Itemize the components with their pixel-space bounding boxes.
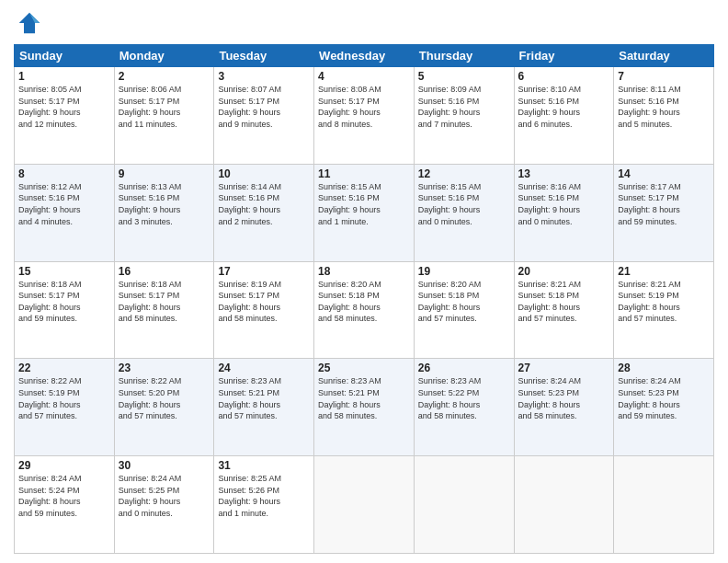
calendar-cell: 12Sunrise: 8:15 AM Sunset: 5:16 PM Dayli… — [414, 164, 514, 261]
day-info: Sunrise: 8:23 AM Sunset: 5:21 PM Dayligh… — [218, 375, 310, 421]
day-number: 11 — [318, 167, 410, 180]
day-number: 22 — [18, 362, 110, 374]
calendar-cell: 19Sunrise: 8:20 AM Sunset: 5:18 PM Dayli… — [414, 261, 514, 359]
day-number: 10 — [218, 167, 310, 180]
calendar-cell — [614, 456, 714, 554]
calendar-cell: 20Sunrise: 8:21 AM Sunset: 5:18 PM Dayli… — [514, 261, 614, 359]
day-number: 27 — [518, 362, 610, 374]
day-number: 19 — [418, 265, 510, 278]
day-number: 3 — [218, 70, 310, 83]
calendar-cell: 17Sunrise: 8:19 AM Sunset: 5:17 PM Dayli… — [214, 261, 314, 359]
calendar-cell: 16Sunrise: 8:18 AM Sunset: 5:17 PM Dayli… — [114, 261, 214, 359]
day-number: 29 — [18, 459, 110, 472]
day-number: 14 — [618, 167, 710, 180]
calendar-header-wednesday: Wednesday — [314, 45, 415, 67]
day-number: 18 — [318, 265, 410, 278]
calendar-header-monday: Monday — [114, 45, 214, 67]
calendar-header-row: SundayMondayTuesdayWednesdayThursdayFrid… — [15, 45, 714, 67]
calendar-cell: 15Sunrise: 8:18 AM Sunset: 5:17 PM Dayli… — [15, 261, 115, 359]
day-number: 16 — [119, 265, 210, 278]
day-number: 21 — [618, 265, 710, 278]
calendar-week-row: 29Sunrise: 8:24 AM Sunset: 5:24 PM Dayli… — [15, 456, 714, 554]
calendar-cell: 4Sunrise: 8:08 AM Sunset: 5:17 PM Daylig… — [314, 67, 415, 165]
calendar-cell: 8Sunrise: 8:12 AM Sunset: 5:16 PM Daylig… — [15, 164, 115, 261]
day-number: 17 — [218, 265, 310, 278]
day-info: Sunrise: 8:25 AM Sunset: 5:26 PM Dayligh… — [218, 473, 310, 519]
calendar-table: SundayMondayTuesdayWednesdayThursdayFrid… — [14, 44, 714, 554]
calendar-cell: 22Sunrise: 8:22 AM Sunset: 5:19 PM Dayli… — [15, 359, 115, 456]
day-number: 12 — [418, 167, 510, 180]
day-number: 9 — [119, 167, 210, 180]
calendar-week-row: 22Sunrise: 8:22 AM Sunset: 5:19 PM Dayli… — [15, 359, 714, 456]
day-info: Sunrise: 8:18 AM Sunset: 5:17 PM Dayligh… — [18, 279, 110, 325]
calendar-cell: 2Sunrise: 8:06 AM Sunset: 5:17 PM Daylig… — [114, 67, 214, 165]
calendar-header-tuesday: Tuesday — [214, 45, 314, 67]
calendar-week-row: 1Sunrise: 8:05 AM Sunset: 5:17 PM Daylig… — [15, 67, 714, 165]
day-info: Sunrise: 8:21 AM Sunset: 5:18 PM Dayligh… — [518, 279, 610, 325]
calendar-cell: 5Sunrise: 8:09 AM Sunset: 5:16 PM Daylig… — [414, 67, 514, 165]
calendar-cell — [514, 456, 614, 554]
day-info: Sunrise: 8:15 AM Sunset: 5:16 PM Dayligh… — [318, 181, 410, 227]
day-number: 26 — [418, 362, 510, 374]
day-info: Sunrise: 8:21 AM Sunset: 5:19 PM Dayligh… — [618, 279, 710, 325]
logo-icon — [16, 9, 43, 37]
calendar-header-sunday: Sunday — [15, 45, 115, 67]
calendar-cell — [414, 456, 514, 554]
day-number: 31 — [218, 459, 310, 472]
day-info: Sunrise: 8:23 AM Sunset: 5:21 PM Dayligh… — [318, 375, 410, 421]
day-info: Sunrise: 8:06 AM Sunset: 5:17 PM Dayligh… — [119, 84, 210, 130]
day-info: Sunrise: 8:20 AM Sunset: 5:18 PM Dayligh… — [418, 279, 510, 325]
calendar-cell: 7Sunrise: 8:11 AM Sunset: 5:16 PM Daylig… — [614, 67, 714, 165]
calendar-cell: 13Sunrise: 8:16 AM Sunset: 5:16 PM Dayli… — [514, 164, 614, 261]
day-number: 8 — [18, 167, 110, 180]
day-number: 28 — [618, 362, 710, 374]
day-info: Sunrise: 8:14 AM Sunset: 5:16 PM Dayligh… — [218, 181, 310, 227]
day-number: 6 — [518, 70, 610, 83]
calendar-week-row: 15Sunrise: 8:18 AM Sunset: 5:17 PM Dayli… — [15, 261, 714, 359]
day-info: Sunrise: 8:13 AM Sunset: 5:16 PM Dayligh… — [119, 181, 210, 227]
calendar-cell: 24Sunrise: 8:23 AM Sunset: 5:21 PM Dayli… — [214, 359, 314, 456]
day-info: Sunrise: 8:18 AM Sunset: 5:17 PM Dayligh… — [119, 279, 210, 325]
day-number: 2 — [119, 70, 210, 83]
day-number: 7 — [618, 70, 710, 83]
day-info: Sunrise: 8:16 AM Sunset: 5:16 PM Dayligh… — [518, 181, 610, 227]
day-info: Sunrise: 8:17 AM Sunset: 5:17 PM Dayligh… — [618, 181, 710, 227]
day-info: Sunrise: 8:23 AM Sunset: 5:22 PM Dayligh… — [418, 375, 510, 421]
calendar-cell: 9Sunrise: 8:13 AM Sunset: 5:16 PM Daylig… — [114, 164, 214, 261]
calendar-cell: 6Sunrise: 8:10 AM Sunset: 5:16 PM Daylig… — [514, 67, 614, 165]
day-number: 30 — [119, 459, 210, 472]
calendar-week-row: 8Sunrise: 8:12 AM Sunset: 5:16 PM Daylig… — [15, 164, 714, 261]
calendar-cell: 18Sunrise: 8:20 AM Sunset: 5:18 PM Dayli… — [314, 261, 415, 359]
calendar-cell: 28Sunrise: 8:24 AM Sunset: 5:23 PM Dayli… — [614, 359, 714, 456]
calendar-cell: 14Sunrise: 8:17 AM Sunset: 5:17 PM Dayli… — [614, 164, 714, 261]
day-number: 24 — [218, 362, 310, 374]
day-info: Sunrise: 8:24 AM Sunset: 5:25 PM Dayligh… — [119, 473, 210, 519]
calendar-header-saturday: Saturday — [614, 45, 714, 67]
calendar-cell: 21Sunrise: 8:21 AM Sunset: 5:19 PM Dayli… — [614, 261, 714, 359]
day-number: 13 — [518, 167, 610, 180]
calendar-cell: 23Sunrise: 8:22 AM Sunset: 5:20 PM Dayli… — [114, 359, 214, 456]
day-info: Sunrise: 8:15 AM Sunset: 5:16 PM Dayligh… — [418, 181, 510, 227]
calendar-cell: 3Sunrise: 8:07 AM Sunset: 5:17 PM Daylig… — [214, 67, 314, 165]
day-info: Sunrise: 8:20 AM Sunset: 5:18 PM Dayligh… — [318, 279, 410, 325]
day-info: Sunrise: 8:24 AM Sunset: 5:24 PM Dayligh… — [18, 473, 110, 519]
day-info: Sunrise: 8:11 AM Sunset: 5:16 PM Dayligh… — [618, 84, 710, 130]
day-number: 4 — [318, 70, 410, 83]
day-number: 23 — [119, 362, 210, 374]
logo — [14, 9, 45, 37]
day-info: Sunrise: 8:22 AM Sunset: 5:20 PM Dayligh… — [119, 375, 210, 421]
calendar-cell: 29Sunrise: 8:24 AM Sunset: 5:24 PM Dayli… — [15, 456, 115, 554]
calendar-header-friday: Friday — [514, 45, 614, 67]
calendar-cell: 27Sunrise: 8:24 AM Sunset: 5:23 PM Dayli… — [514, 359, 614, 456]
header — [14, 9, 714, 37]
day-number: 25 — [318, 362, 410, 374]
calendar-cell: 10Sunrise: 8:14 AM Sunset: 5:16 PM Dayli… — [214, 164, 314, 261]
day-info: Sunrise: 8:12 AM Sunset: 5:16 PM Dayligh… — [18, 181, 110, 227]
calendar-cell: 25Sunrise: 8:23 AM Sunset: 5:21 PM Dayli… — [314, 359, 415, 456]
calendar-cell: 11Sunrise: 8:15 AM Sunset: 5:16 PM Dayli… — [314, 164, 415, 261]
day-number: 20 — [518, 265, 610, 278]
calendar-header-thursday: Thursday — [414, 45, 514, 67]
day-number: 5 — [418, 70, 510, 83]
calendar-cell: 26Sunrise: 8:23 AM Sunset: 5:22 PM Dayli… — [414, 359, 514, 456]
day-info: Sunrise: 8:10 AM Sunset: 5:16 PM Dayligh… — [518, 84, 610, 130]
